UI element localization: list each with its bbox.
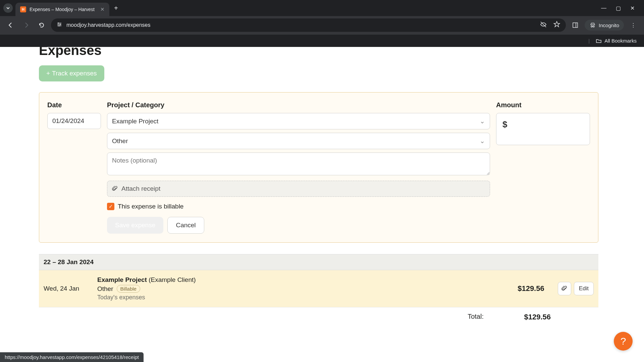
cancel-button[interactable]: Cancel bbox=[167, 217, 204, 234]
expense-category: Other bbox=[97, 285, 113, 293]
chevron-down-icon: ⌄ bbox=[480, 117, 485, 125]
expense-row-date: Wed, 24 Jan bbox=[44, 285, 97, 292]
window-controls: — ▢ ✕ bbox=[601, 5, 641, 11]
forward-button[interactable] bbox=[20, 19, 32, 31]
tab-strip: H Expenses – Moodjoy – Harvest ✕ + — ▢ ✕ bbox=[0, 0, 644, 16]
chevron-down-icon: ⌄ bbox=[480, 137, 485, 145]
side-panel-icon[interactable] bbox=[569, 19, 581, 31]
tab-search-button[interactable] bbox=[3, 3, 13, 13]
tab-title: Expenses – Moodjoy – Harvest bbox=[30, 7, 97, 12]
expense-amount: $129.56 bbox=[477, 284, 544, 293]
category-select[interactable]: Other ⌄ bbox=[107, 133, 490, 149]
date-label: Date bbox=[47, 101, 101, 109]
notes-textarea[interactable] bbox=[107, 153, 490, 175]
receipt-attachment-button[interactable] bbox=[558, 282, 571, 295]
url-text: moodjoy.harvestapp.com/expenses bbox=[66, 22, 151, 28]
project-select[interactable]: Example Project ⌄ bbox=[107, 113, 490, 129]
status-bar: https://moodjoy.harvestapp.com/expenses/… bbox=[0, 352, 144, 362]
favicon: H bbox=[20, 6, 26, 12]
maximize-icon[interactable]: ▢ bbox=[616, 5, 621, 11]
total-row: Total: $129.56 bbox=[39, 307, 598, 327]
week-block: 22 – 28 Jan 2024 Wed, 24 Jan Example Pro… bbox=[39, 254, 598, 327]
bookmark-star-icon[interactable] bbox=[553, 21, 560, 29]
reload-button[interactable] bbox=[36, 19, 48, 31]
expense-note: Today's expenses bbox=[97, 294, 477, 301]
expense-row-project: Example Project (Example Client) bbox=[97, 276, 477, 284]
week-range-header: 22 – 28 Jan 2024 bbox=[39, 254, 598, 270]
question-icon: ? bbox=[621, 336, 626, 347]
site-settings-icon[interactable] bbox=[56, 21, 62, 29]
kebab-menu-icon[interactable]: ⋮ bbox=[627, 19, 639, 31]
expense-row: Wed, 24 Jan Example Project (Example Cli… bbox=[39, 270, 598, 307]
project-category-label: Project / Category bbox=[107, 101, 490, 109]
date-input[interactable] bbox=[47, 113, 101, 129]
category-select-value: Other bbox=[112, 137, 128, 145]
total-value: $129.56 bbox=[484, 313, 551, 321]
help-fab-button[interactable]: ? bbox=[614, 332, 633, 351]
expense-project-name: Example Project bbox=[97, 276, 147, 283]
minimize-icon[interactable]: — bbox=[601, 5, 606, 11]
edit-expense-button[interactable]: Edit bbox=[574, 282, 594, 295]
billable-checkbox[interactable]: ✓ bbox=[107, 203, 114, 210]
close-window-icon[interactable]: ✕ bbox=[630, 5, 635, 11]
incognito-label: Incognito bbox=[599, 22, 619, 28]
address-bar[interactable]: moodjoy.harvestapp.com/expenses bbox=[51, 18, 566, 32]
browser-chrome: H Expenses – Moodjoy – Harvest ✕ + — ▢ ✕… bbox=[0, 0, 644, 47]
browser-tab[interactable]: H Expenses – Moodjoy – Harvest ✕ bbox=[15, 3, 109, 16]
incognito-badge[interactable]: Incognito bbox=[585, 20, 624, 31]
expense-form: Date Project / Category Example Project … bbox=[39, 92, 598, 243]
all-bookmarks-link[interactable]: All Bookmarks bbox=[604, 38, 637, 44]
total-label: Total: bbox=[468, 313, 484, 321]
svg-rect-0 bbox=[573, 23, 578, 27]
close-tab-icon[interactable]: ✕ bbox=[100, 6, 105, 12]
paperclip-icon bbox=[112, 186, 118, 192]
amount-input[interactable]: $ bbox=[496, 113, 590, 145]
eye-off-icon[interactable] bbox=[540, 21, 547, 29]
billable-badge: Billable bbox=[117, 285, 140, 293]
page-content: Expenses + Track expenses Date Project /… bbox=[0, 47, 644, 362]
paperclip-icon bbox=[561, 286, 568, 292]
track-expenses-label: Track expenses bbox=[52, 70, 97, 77]
billable-label: This expense is billable bbox=[118, 203, 183, 210]
attach-receipt-button[interactable]: Attach receipt bbox=[107, 181, 490, 197]
project-select-value: Example Project bbox=[112, 118, 158, 125]
new-tab-button[interactable]: + bbox=[114, 4, 118, 12]
track-expenses-button[interactable]: + Track expenses bbox=[39, 65, 104, 81]
browser-toolbar: moodjoy.harvestapp.com/expenses Incognit… bbox=[0, 16, 644, 34]
plus-icon: + bbox=[46, 70, 50, 77]
folder-icon bbox=[596, 38, 602, 44]
save-expense-button[interactable]: Save expense bbox=[107, 217, 163, 234]
page-title: Expenses bbox=[39, 47, 598, 58]
amount-label: Amount bbox=[496, 101, 590, 109]
attach-receipt-label: Attach receipt bbox=[121, 185, 160, 192]
back-button[interactable] bbox=[5, 19, 17, 31]
bookmarks-bar: | All Bookmarks bbox=[0, 34, 644, 47]
expense-client-name: (Example Client) bbox=[149, 276, 196, 283]
